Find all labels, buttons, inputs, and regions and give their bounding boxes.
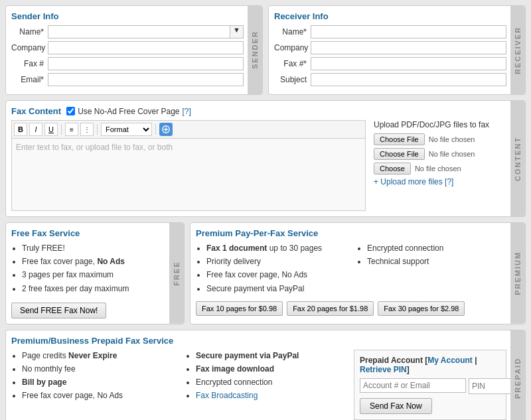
- sender-email-label: Email*: [11, 75, 48, 84]
- list-item: Free fax cover page, No Ads: [22, 255, 165, 268]
- toolbar-link-icon[interactable]: [159, 123, 173, 136]
- list-item: Bill by page: [22, 376, 175, 389]
- send-free-fax-btn[interactable]: Send FREE Fax Now!: [11, 303, 106, 318]
- list-item: Fax Broadcasting: [196, 389, 348, 402]
- toolbar-italic-btn[interactable]: I: [29, 123, 42, 136]
- prepaid-col2: Secure payment via PayPal Fax image down…: [185, 350, 348, 403]
- send-fax-now-btn[interactable]: Send Fax Now: [360, 398, 432, 414]
- toolbar-underline-btn[interactable]: U: [44, 123, 58, 136]
- editor-toolbar: B I U ≡ ⋮ Format Normal Heading 1: [11, 120, 366, 138]
- editor-placeholder: Enter text to fax, or upload file to fax…: [16, 143, 173, 152]
- sender-title: Sender Info: [11, 11, 244, 21]
- free-features-list: Truly FREE! Free fax cover page, No Ads …: [11, 242, 165, 295]
- no-ad-help-link[interactable]: [?]: [183, 107, 191, 116]
- upload-more-help[interactable]: [?]: [445, 177, 453, 186]
- file-row-1: Choose File No file chosen: [374, 133, 506, 145]
- prepaid-service-title: Premium/Business Prepaid Fax Service: [11, 336, 506, 346]
- prepaid-service-panel: Premium/Business Prepaid Fax Service Pag…: [5, 330, 526, 420]
- choose-file-btn-2[interactable]: Choose File: [374, 148, 425, 160]
- premium-service-title: Premium Pay-Per-Fax Service: [196, 228, 506, 238]
- content-sidebar-label: CONTENT: [510, 101, 525, 216]
- list-item: Priority delivery: [206, 255, 346, 268]
- fax-broadcasting-link[interactable]: Fax Broadcasting: [196, 391, 258, 400]
- no-ad-checkbox[interactable]: [66, 107, 75, 115]
- toolbar-bold-btn[interactable]: B: [14, 123, 27, 136]
- list-item: Secure payment via PayPal: [206, 283, 346, 295]
- receiver-company-label: Company: [274, 43, 311, 52]
- prepaid-sidebar-label: PREPAID: [510, 330, 525, 420]
- receiver-fax-label: Fax #*: [274, 59, 311, 68]
- account-email-input[interactable]: [360, 378, 466, 393]
- receiver-company-row: Company: [274, 41, 506, 54]
- list-item: Fax 1 document up to 30 pages: [206, 242, 346, 255]
- premium-col2-list: Encrypted connection Technical support: [356, 242, 506, 268]
- receiver-name-row: Name*: [274, 25, 506, 38]
- receiver-name-label: Name*: [274, 27, 311, 36]
- sender-panel: Sender Info Name* ▼ Company Fax #: [5, 5, 263, 95]
- list-item: Secure payment via PayPal: [196, 350, 348, 362]
- prepaid-col1: Page credits Never Expire No monthly fee…: [11, 350, 175, 403]
- sender-fax-label: Fax #: [11, 59, 48, 68]
- list-item: Encrypted connection: [367, 242, 506, 255]
- sender-fax-input[interactable]: [48, 57, 244, 70]
- premium-service-panel: Premium Pay-Per-Fax Service Fax 1 docume…: [190, 222, 526, 324]
- receiver-fax-input[interactable]: [311, 57, 506, 70]
- toolbar-sep2: [97, 124, 98, 135]
- list-item: Technical support: [367, 255, 506, 268]
- sender-name-label: Name*: [11, 27, 48, 36]
- choose-file-btn-3[interactable]: Choose: [374, 163, 411, 175]
- receiver-subject-row: Subject: [274, 73, 506, 86]
- file-row-2: Choose File No file chosen: [374, 148, 506, 160]
- upload-more-link[interactable]: + Upload more files [?]: [374, 177, 506, 186]
- premium-features: Fax 1 document up to 30 pages Priority d…: [196, 242, 506, 296]
- fax-content-title: Fax Content: [11, 106, 61, 116]
- toolbar-format-select[interactable]: Format Normal Heading 1 Heading 2: [101, 123, 152, 136]
- price-btn-10[interactable]: Fax 10 pages for $0.98: [196, 301, 283, 316]
- toolbar-sep1: [61, 124, 62, 135]
- prepaid-account-box: Prepaid Account [My Account | Retrieve P…: [354, 350, 506, 420]
- prepaid-info: Page credits Never Expire No monthly fee…: [11, 350, 348, 420]
- prepaid-row: Page credits Never Expire No monthly fee…: [11, 350, 506, 420]
- fax-editor-box[interactable]: Enter text to fax, or upload file to fax…: [11, 138, 366, 211]
- sender-email-input[interactable]: [48, 73, 244, 86]
- toolbar-ordered-list-btn[interactable]: ≡: [65, 123, 78, 136]
- premium-col1: Fax 1 document up to 30 pages Priority d…: [196, 242, 346, 296]
- receiver-name-input[interactable]: [311, 25, 506, 38]
- sender-name-input[interactable]: [48, 25, 230, 38]
- no-ad-checkbox-label[interactable]: Use No-Ad Free Cover Page [?]: [66, 107, 191, 116]
- prepaid-col2-list: Secure payment via PayPal Fax image down…: [185, 350, 348, 403]
- list-item: Fax image download: [196, 363, 348, 376]
- receiver-subject-label: Subject: [274, 75, 311, 84]
- list-item: Truly FREE!: [22, 242, 165, 255]
- no-ad-label: Use No-Ad Free Cover Page: [78, 107, 179, 116]
- premium-sidebar-label: PREMIUM: [510, 223, 525, 324]
- free-service-panel: Free Fax Service Truly FREE! Free fax co…: [5, 222, 185, 324]
- list-item: Free fax cover page, No Ads: [22, 389, 175, 402]
- list-item: Free fax cover page, No Ads: [206, 269, 346, 281]
- sender-name-icon[interactable]: ▼: [230, 25, 244, 38]
- file-row-3: Choose No file chosen: [374, 163, 506, 175]
- prepaid-features: Page credits Never Expire No monthly fee…: [11, 350, 348, 403]
- toolbar-unordered-list-btn[interactable]: ⋮: [80, 123, 94, 136]
- list-item: 3 pages per fax maximum: [22, 269, 165, 281]
- sender-fax-row: Fax #: [11, 57, 244, 70]
- premium-col1-list: Fax 1 document up to 30 pages Priority d…: [196, 242, 346, 295]
- free-service-title: Free Fax Service: [11, 228, 165, 238]
- upload-area: Upload PDF/Doc/JPG files to fax Choose F…: [374, 120, 506, 211]
- list-item: No monthly fee: [22, 363, 175, 376]
- receiver-company-input[interactable]: [311, 41, 506, 54]
- receiver-subject-input[interactable]: [311, 73, 506, 86]
- list-item: Page credits Never Expire: [22, 350, 175, 362]
- price-btn-30[interactable]: Fax 30 pages for $2.98: [378, 301, 465, 316]
- sender-company-label: Company: [11, 43, 48, 52]
- choose-file-btn-1[interactable]: Choose File: [374, 133, 425, 145]
- retrieve-pin-link[interactable]: Retrieve PIN: [360, 365, 407, 374]
- sender-company-input[interactable]: [48, 41, 244, 54]
- receiver-sidebar-label: RECEIVER: [510, 6, 525, 94]
- prepaid-col1-list: Page credits Never Expire No monthly fee…: [11, 350, 175, 403]
- my-account-link[interactable]: My Account: [427, 356, 473, 365]
- account-input-row: 🔒: [360, 378, 500, 394]
- price-btn-20[interactable]: Fax 20 pages for $1.98: [287, 301, 374, 316]
- prepaid-account-label: Prepaid Account: [360, 356, 425, 365]
- file-status-1: No file chosen: [429, 135, 475, 143]
